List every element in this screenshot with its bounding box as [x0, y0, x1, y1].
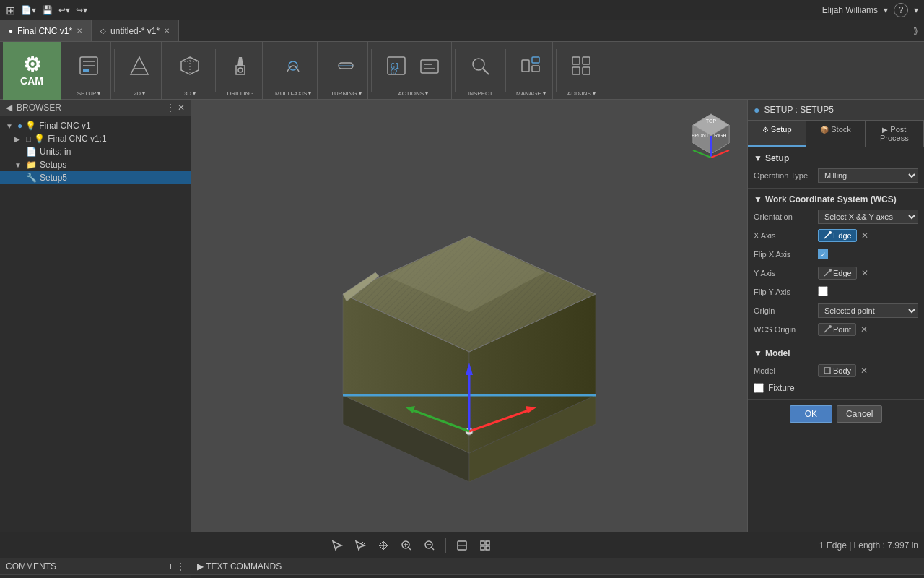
view-tool[interactable] — [452, 535, 472, 556]
grid-icon[interactable]: ⊞ — [6, 4, 15, 17]
drilling-label[interactable]: DRILLING — [227, 90, 254, 97]
save-button[interactable]: 💾 — [42, 5, 53, 15]
ok-button[interactable]: OK — [790, 405, 832, 423]
tab-label2: untitled-* v1* — [110, 26, 160, 36]
multiaxis-icon[interactable] — [277, 48, 309, 85]
actions-icon2[interactable] — [414, 48, 445, 85]
wcs-section-header[interactable]: ▼ Work Coordinate System (WCS) — [748, 191, 924, 207]
toolbar-separator-1 — [64, 49, 64, 92]
comments-add-icon[interactable]: + — [168, 561, 173, 571]
tab-close-2[interactable]: ✕ — [164, 27, 170, 35]
file-menu[interactable]: 📄▾ — [21, 5, 36, 15]
model-section-header[interactable]: ▼ Model — [748, 345, 924, 361]
inspect-icon[interactable] — [464, 48, 496, 85]
zoom-tool[interactable] — [419, 535, 440, 556]
tree-icon-setups: 📁 — [26, 160, 37, 170]
tree-icon-setup5: 🔧 — [26, 173, 37, 183]
browser-panel: ◀ BROWSER ⋮ ✕ ▼ ● 💡 Final CNC v1 ▶ □ 💡 F… — [0, 100, 191, 532]
tree-label-units: Units: in — [40, 147, 71, 157]
orientation-select[interactable]: Select X && Y axes — [818, 210, 918, 224]
tree-item-units[interactable]: 📄 Units: in — [0, 145, 191, 158]
cam-button[interactable]: ⚙ CAM — [3, 42, 61, 100]
toolbar-group-drilling: DRILLING — [219, 42, 263, 100]
tab-expand-button[interactable]: ⟫ — [907, 26, 924, 36]
turning-label[interactable]: TURNING ▾ — [331, 90, 361, 97]
multiaxis-label[interactable]: MULTI-AXIS ▾ — [275, 90, 311, 97]
tab-stock[interactable]: 📦 Stock — [806, 121, 865, 147]
operation-type-value[interactable]: Milling — [818, 168, 918, 183]
turning-icon[interactable] — [330, 48, 362, 85]
2d-icon[interactable] — [123, 48, 155, 85]
drilling-icon[interactable] — [225, 48, 256, 85]
actions-icon1[interactable]: G1G2 — [380, 48, 412, 85]
2d-label[interactable]: 2D ▾ — [134, 90, 145, 97]
actions-label[interactable]: ACTIONS ▾ — [398, 90, 429, 97]
addins-icon[interactable] — [565, 48, 597, 85]
3d-icon[interactable] — [174, 48, 206, 85]
tree-item-v1[interactable]: ▶ □ 💡 Final CNC v1:1 — [0, 132, 191, 145]
main-area: ◀ BROWSER ⋮ ✕ ▼ ● 💡 Final CNC v1 ▶ □ 💡 F… — [0, 100, 924, 532]
model-body-label: Body — [833, 366, 851, 375]
tab-untitled[interactable]: ◇ untitled-* v1* ✕ — [92, 20, 179, 41]
stock-tab-label: Stock — [831, 125, 851, 134]
comments-collapse-icon[interactable]: ⋮ — [176, 561, 185, 571]
wcs-origin-clear-button[interactable]: ✕ — [859, 324, 869, 335]
wcs-section: ▼ Work Coordinate System (WCS) Orientati… — [748, 189, 924, 342]
viewport[interactable]: TOP RIGHT FRONT — [191, 100, 747, 532]
bottom-panels: COMMENTS + ⋮ ▶ TEXT COMMANDS — [0, 558, 924, 578]
origin-value[interactable]: Selected point — [818, 303, 918, 318]
zoom-in-tool[interactable] — [396, 535, 417, 556]
browser-close-icon[interactable]: ✕ — [178, 103, 185, 113]
orientation-value[interactable]: Select X && Y axes — [818, 210, 918, 224]
origin-select[interactable]: Selected point — [818, 303, 918, 318]
grid-view-tool[interactable] — [475, 535, 495, 556]
undo-button[interactable]: ↩▾ — [58, 5, 70, 15]
wcs-origin-point-button[interactable]: Point — [818, 323, 856, 336]
user-dropdown-icon[interactable]: ▾ — [884, 5, 888, 15]
svg-rect-21 — [522, 60, 529, 72]
select-tool[interactable] — [327, 535, 347, 556]
addins-label[interactable]: ADD-INS ▾ — [567, 90, 596, 97]
3d-label[interactable]: 3D ▾ — [184, 90, 196, 97]
tree-item-setups[interactable]: ▼ 📁 Setups — [0, 158, 191, 171]
fixture-label: Fixture — [768, 383, 795, 393]
model-section-label: Model — [765, 348, 790, 358]
manage-icon[interactable] — [515, 48, 546, 85]
help-dropdown-icon[interactable]: ▾ — [914, 5, 918, 15]
model-clear-button[interactable]: ✕ — [859, 366, 869, 376]
inspect-icons — [464, 45, 496, 89]
flip-y-checkbox[interactable] — [818, 286, 828, 296]
wcs-origin-row: WCS Origin Point ✕ — [748, 320, 924, 339]
select-tool-2[interactable] — [350, 535, 370, 556]
tree-item-root[interactable]: ▼ ● 💡 Final CNC v1 — [0, 119, 191, 132]
cancel-button[interactable]: Cancel — [837, 405, 882, 423]
help-button[interactable]: ? — [894, 3, 908, 17]
tree-arrow-v1: ▶ — [14, 135, 23, 143]
user-name[interactable]: Elijah Williams — [822, 5, 878, 15]
tab-postprocess[interactable]: ▶ Post Process — [866, 121, 924, 147]
operation-type-select[interactable]: Milling — [818, 168, 918, 183]
pan-tool[interactable] — [373, 535, 393, 556]
text-commands-toggle[interactable]: ▶ — [197, 561, 204, 571]
svg-marker-59 — [333, 541, 341, 550]
setup-section-header[interactable]: ▼ Setup — [748, 150, 924, 166]
tab-close-1[interactable]: ✕ — [77, 27, 82, 35]
tab-setup[interactable]: ⚙ Setup — [748, 121, 806, 147]
x-axis-clear-button[interactable]: ✕ — [860, 230, 870, 241]
orientation-row: Orientation Select X && Y axes — [748, 207, 924, 226]
x-axis-edge-button[interactable]: Edge — [818, 229, 857, 242]
fixture-checkbox[interactable] — [754, 383, 764, 393]
browser-collapse-icon[interactable]: ◀ — [6, 103, 12, 113]
y-axis-edge-button[interactable]: Edge — [818, 267, 857, 280]
tab-finalcnc[interactable]: ● Final CNC v1* ✕ — [0, 20, 92, 41]
redo-button[interactable]: ↪▾ — [76, 5, 87, 15]
flip-x-checkbox[interactable]: ✓ — [818, 249, 828, 259]
tree-item-setup5[interactable]: 🔧 Setup5 — [0, 171, 191, 184]
model-body-button[interactable]: Body — [818, 364, 856, 377]
y-axis-clear-button[interactable]: ✕ — [860, 268, 870, 278]
browser-options-icon[interactable]: ⋮ — [166, 103, 175, 113]
manage-label[interactable]: MANAGE ▾ — [516, 90, 546, 97]
inspect-label[interactable]: INSPECT — [468, 90, 493, 97]
setup-icon[interactable] — [73, 48, 105, 85]
setup-label[interactable]: SETUP ▾ — [77, 90, 101, 97]
